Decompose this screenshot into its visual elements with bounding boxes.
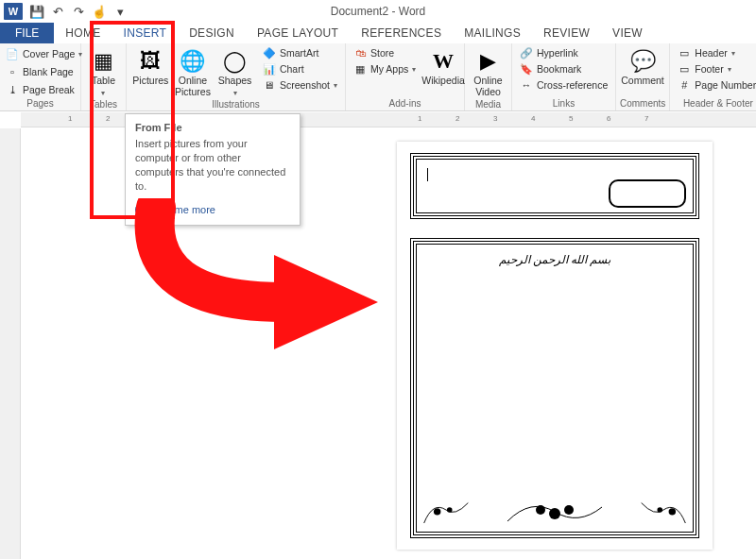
- blank-page-icon: ▫: [6, 65, 19, 78]
- my-apps-icon: ▦: [353, 62, 367, 76]
- group-label-tables: Tables: [85, 99, 122, 110]
- pictures-tooltip: From File Insert pictures from your comp…: [125, 113, 301, 226]
- tab-review[interactable]: REVIEW: [532, 23, 601, 43]
- tab-mailings[interactable]: MAILINGS: [453, 23, 532, 43]
- flourish-bottom-right: [637, 491, 690, 529]
- cover-page-button[interactable]: 📄Cover Page ▾: [4, 45, 84, 62]
- undo-icon[interactable]: ↶: [49, 3, 66, 20]
- svg-point-3: [657, 507, 662, 513]
- body-frame: بسم الله الرحمن الرحيم: [410, 238, 699, 538]
- text-cursor: [427, 168, 428, 181]
- bookmark-button[interactable]: 🔖Bookmark: [516, 61, 611, 76]
- tab-view[interactable]: VIEW: [601, 23, 654, 43]
- table-icon: ▦: [90, 47, 118, 76]
- flourish-bottom-left: [420, 491, 472, 529]
- quick-access-toolbar: 💾 ↶ ↷ ☝ ▾: [28, 3, 129, 20]
- tab-references[interactable]: REFERENCES: [350, 23, 453, 43]
- tab-design[interactable]: DESIGN: [178, 23, 246, 43]
- online-video-icon: ▶: [474, 47, 503, 76]
- shapes-icon: ◯: [221, 47, 249, 76]
- header-button[interactable]: ▭Header ▾: [674, 45, 756, 60]
- group-label-links: Links: [516, 98, 611, 110]
- screenshot-button[interactable]: 🖥Screenshot ▾: [259, 77, 341, 93]
- online-pictures-icon: 🌐: [179, 47, 207, 76]
- document-page: بسم الله الرحمن الرحيم: [397, 142, 713, 550]
- comment-icon: 💬: [628, 47, 657, 76]
- group-tables: ▦ Table▾ Tables: [81, 43, 127, 110]
- ribbon: 📄Cover Page ▾ ▫Blank Page ⤓Page Break Pa…: [0, 43, 756, 111]
- tooltip-title: From File: [135, 122, 290, 133]
- page-break-icon: ⤓: [6, 83, 19, 96]
- group-comments: 💬 Comment Comments: [616, 43, 670, 110]
- svg-point-5: [549, 508, 560, 519]
- svg-point-2: [669, 508, 676, 515]
- hyperlink-icon: 🔗: [520, 46, 533, 59]
- pictures-icon: 🖼: [136, 47, 164, 76]
- group-header-footer: ▭Header ▾ ▭Footer ▾ #Page Number ▾ Heade…: [670, 43, 756, 110]
- comment-button[interactable]: 💬 Comment: [620, 45, 665, 89]
- shapes-button[interactable]: ◯ Shapes▾: [215, 45, 255, 99]
- table-button[interactable]: ▦ Table▾: [85, 45, 122, 99]
- bookmark-icon: 🔖: [520, 62, 533, 76]
- chart-button[interactable]: 📊Chart: [259, 61, 341, 76]
- word-app-icon: W: [4, 3, 23, 20]
- group-media: ▶ Online Video Media: [465, 43, 512, 110]
- smartart-button[interactable]: 🔷SmartArt: [259, 45, 341, 60]
- titlebar: W 💾 ↶ ↷ ☝ ▾ Document2 - Word: [0, 0, 756, 23]
- window-title: Document2 - Word: [331, 5, 425, 18]
- save-icon[interactable]: 💾: [28, 3, 45, 20]
- header-frame: [410, 153, 699, 219]
- qat-customize-icon[interactable]: ▾: [112, 3, 129, 20]
- flourish-bottom-center: [503, 493, 607, 531]
- tell-me-more-link[interactable]: Tell me more: [135, 202, 290, 217]
- online-video-button[interactable]: ▶ Online Video: [469, 45, 507, 99]
- group-label-comments: Comments: [620, 98, 665, 110]
- header-icon: ▭: [678, 46, 691, 59]
- cover-page-icon: 📄: [6, 47, 19, 60]
- group-pages: 📄Cover Page ▾ ▫Blank Page ⤓Page Break Pa…: [0, 43, 81, 110]
- group-links: 🔗Hyperlink 🔖Bookmark ↔Cross-reference Li…: [512, 43, 616, 110]
- tab-page-layout[interactable]: PAGE LAYOUT: [246, 23, 350, 43]
- page-break-button[interactable]: ⤓Page Break: [4, 81, 84, 98]
- tab-insert[interactable]: INSERT: [112, 23, 179, 43]
- file-tab[interactable]: FILE: [0, 23, 54, 43]
- chart-icon: 📊: [263, 62, 276, 76]
- svg-point-0: [434, 508, 440, 515]
- group-label-addins: Add-ins: [350, 98, 460, 110]
- svg-point-4: [536, 505, 545, 515]
- store-button[interactable]: 🛍Store: [350, 45, 420, 60]
- group-label-header-footer: Header & Footer: [674, 98, 756, 110]
- bismillah-text: بسم الله الرحمن الرحيم: [499, 253, 610, 267]
- group-addins: 🛍Store ▦My Apps ▾ W Wikipedia Add-ins: [346, 43, 465, 110]
- touch-mode-icon[interactable]: ☝: [91, 3, 108, 20]
- hyperlink-button[interactable]: 🔗Hyperlink: [516, 45, 611, 60]
- cross-reference-icon: ↔: [520, 78, 533, 92]
- online-pictures-button[interactable]: 🌐 Online Pictures: [173, 45, 214, 99]
- group-label-illustrations: Illustrations: [130, 99, 341, 110]
- blank-page-button[interactable]: ▫Blank Page: [4, 63, 84, 80]
- smartart-icon: 🔷: [263, 46, 276, 59]
- tab-home[interactable]: HOME: [54, 23, 112, 43]
- my-apps-button[interactable]: ▦My Apps ▾: [350, 61, 420, 76]
- svg-point-1: [447, 507, 453, 513]
- group-label-pages: Pages: [4, 98, 77, 110]
- wikipedia-button[interactable]: W Wikipedia: [421, 45, 465, 89]
- group-label-media: Media: [469, 99, 507, 110]
- svg-point-6: [564, 505, 574, 515]
- pictures-button[interactable]: 🖼 Pictures: [130, 45, 171, 89]
- cross-reference-button[interactable]: ↔Cross-reference: [516, 77, 611, 93]
- tooltip-body: Insert pictures from your computer or fr…: [135, 137, 290, 193]
- screenshot-icon: 🖥: [263, 78, 276, 92]
- page-number-icon: #: [678, 78, 691, 92]
- footer-button[interactable]: ▭Footer ▾: [674, 61, 756, 76]
- footer-icon: ▭: [678, 62, 691, 76]
- vertical-ruler: [0, 128, 21, 559]
- wikipedia-icon: W: [429, 47, 457, 76]
- page-number-button[interactable]: #Page Number ▾: [674, 77, 756, 93]
- store-icon: 🛍: [353, 46, 367, 59]
- ribbon-tabs: FILE HOME INSERT DESIGN PAGE LAYOUT REFE…: [0, 23, 756, 43]
- group-illustrations: 🖼 Pictures 🌐 Online Pictures ◯ Shapes▾ 🔷…: [127, 43, 346, 110]
- redo-icon[interactable]: ↷: [70, 3, 87, 20]
- header-rounded-box: [609, 179, 686, 208]
